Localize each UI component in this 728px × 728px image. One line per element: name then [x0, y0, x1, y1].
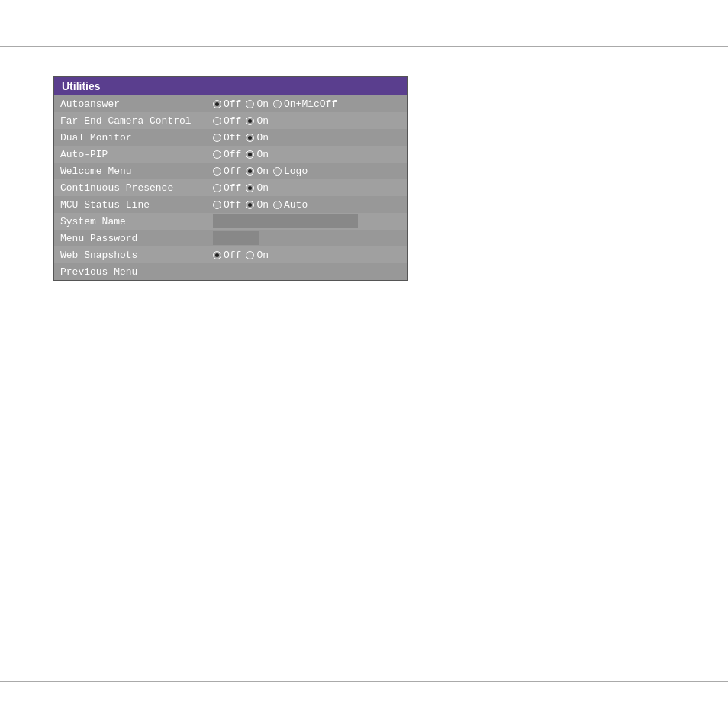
top-divider — [0, 46, 728, 47]
row-web-snapshots: Web Snapshots Off On — [54, 246, 407, 263]
radio-welcome-off[interactable] — [213, 167, 221, 176]
radio-autoanswer-on-micoff[interactable] — [273, 100, 282, 108]
bottom-divider — [0, 681, 728, 682]
radio-dual-off[interactable] — [213, 134, 221, 142]
option-autoanswer-off[interactable]: Off — [213, 98, 241, 110]
option-dual-off[interactable]: Off — [213, 132, 241, 143]
row-continuous-presence: Continuous Presence Off On — [54, 179, 407, 196]
radio-pip-on[interactable] — [246, 150, 254, 159]
row-previous-menu[interactable]: Previous Menu — [54, 263, 407, 280]
options-far-end-camera: Off On — [213, 115, 401, 127]
option-welcome-logo[interactable]: Logo — [273, 166, 308, 177]
options-welcome-menu: Off On Logo — [213, 166, 401, 177]
option-autoanswer-on-micoff[interactable]: On+MicOff — [273, 98, 337, 110]
row-auto-pip: Auto-PIP Off On — [54, 146, 407, 163]
row-far-end-camera: Far End Camera Control Off On — [54, 112, 407, 129]
row-dual-monitor: Dual Monitor Off On — [54, 129, 407, 146]
utilities-panel: Utilities Autoanswer Off On On+MicOff Fa… — [53, 76, 408, 281]
label-web-snapshots: Web Snapshots — [60, 250, 213, 261]
option-ws-off[interactable]: Off — [213, 250, 241, 261]
options-dual-monitor: Off On — [213, 132, 401, 143]
options-mcu-status: Off On Auto — [213, 199, 401, 211]
label-mcu-status: MCU Status Line — [60, 199, 213, 211]
option-ws-on[interactable]: On — [246, 250, 269, 261]
options-auto-pip: Off On — [213, 149, 401, 160]
radio-pip-off[interactable] — [213, 150, 221, 159]
radio-mcu-auto[interactable] — [273, 201, 282, 209]
option-dual-on[interactable]: On — [246, 132, 269, 143]
radio-mcu-off[interactable] — [213, 201, 221, 209]
option-cp-on[interactable]: On — [246, 182, 269, 194]
label-previous-menu: Previous Menu — [60, 266, 213, 278]
system-name-input[interactable] — [213, 214, 358, 228]
label-autoanswer: Autoanswer — [60, 98, 213, 110]
option-autoanswer-on[interactable]: On — [246, 98, 269, 110]
label-far-end-camera: Far End Camera Control — [60, 115, 213, 127]
radio-cp-off[interactable] — [213, 184, 221, 192]
label-welcome-menu: Welcome Menu — [60, 166, 213, 177]
radio-dual-on[interactable] — [246, 134, 254, 142]
radio-fecc-on[interactable] — [246, 117, 254, 125]
label-dual-monitor: Dual Monitor — [60, 132, 213, 143]
label-auto-pip: Auto-PIP — [60, 149, 213, 160]
label-system-name: System Name — [60, 216, 213, 227]
option-pip-on[interactable]: On — [246, 149, 269, 160]
options-menu-password — [213, 231, 401, 245]
row-menu-password: Menu Password — [54, 230, 407, 246]
option-mcu-auto[interactable]: Auto — [273, 199, 308, 211]
radio-autoanswer-off[interactable] — [213, 100, 221, 108]
panel-header: Utilities — [54, 77, 407, 95]
radio-cp-on[interactable] — [246, 184, 254, 192]
row-system-name: System Name — [54, 213, 407, 230]
options-continuous-presence: Off On — [213, 182, 401, 194]
radio-ws-on[interactable] — [246, 251, 254, 259]
options-system-name — [213, 214, 401, 228]
radio-welcome-logo[interactable] — [273, 167, 282, 176]
radio-mcu-on[interactable] — [246, 201, 254, 209]
option-welcome-on[interactable]: On — [246, 166, 269, 177]
option-welcome-off[interactable]: Off — [213, 166, 241, 177]
options-autoanswer: Off On On+MicOff — [213, 98, 401, 110]
row-mcu-status: MCU Status Line Off On Auto — [54, 196, 407, 213]
option-mcu-off[interactable]: Off — [213, 199, 241, 211]
options-web-snapshots: Off On — [213, 250, 401, 261]
radio-fecc-off[interactable] — [213, 117, 221, 125]
label-menu-password: Menu Password — [60, 233, 213, 244]
option-fecc-off[interactable]: Off — [213, 115, 241, 127]
option-fecc-on[interactable]: On — [246, 115, 269, 127]
row-autoanswer: Autoanswer Off On On+MicOff — [54, 95, 407, 112]
row-welcome-menu: Welcome Menu Off On Logo — [54, 163, 407, 179]
radio-welcome-on[interactable] — [246, 167, 254, 176]
label-continuous-presence: Continuous Presence — [60, 182, 213, 194]
option-mcu-on[interactable]: On — [246, 199, 269, 211]
option-pip-off[interactable]: Off — [213, 149, 241, 160]
option-cp-off[interactable]: Off — [213, 182, 241, 194]
radio-ws-off[interactable] — [213, 251, 221, 259]
radio-autoanswer-on[interactable] — [246, 100, 254, 108]
menu-password-input[interactable] — [213, 231, 259, 245]
